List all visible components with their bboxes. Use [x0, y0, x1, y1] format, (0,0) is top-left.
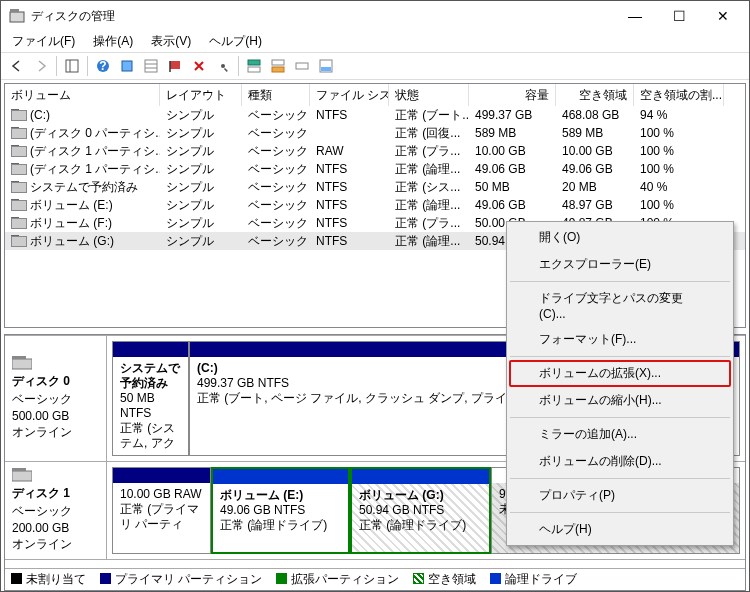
- col-filesystem[interactable]: ファイル システム: [310, 84, 389, 106]
- cell-layout: シンプル: [160, 107, 242, 124]
- context-menu-item[interactable]: プロパティ(P): [509, 482, 731, 509]
- refresh-icon[interactable]: [115, 54, 139, 78]
- drive-icon: [11, 217, 27, 229]
- legend-label: 空き領域: [428, 572, 476, 586]
- volume-row[interactable]: ボリューム (E:)シンプルベーシックNTFS正常 (論理...49.06 GB…: [5, 196, 745, 214]
- volume-row[interactable]: (ディスク 1 パーティシ...シンプルベーシックNTFS正常 (論理...49…: [5, 160, 745, 178]
- disk-size: 200.00 GB: [12, 521, 99, 535]
- help-icon[interactable]: ?: [91, 54, 115, 78]
- svg-rect-22: [12, 356, 26, 359]
- volume-row[interactable]: (ディスク 0 パーティシ...シンプルベーシック正常 (回復...589 MB…: [5, 124, 745, 142]
- partition[interactable]: ボリューム (E:)49.06 GB NTFS正常 (論理ドライブ): [211, 467, 350, 554]
- volume-name: (ディスク 1 パーティシ...: [30, 161, 160, 178]
- cell-layout: シンプル: [160, 215, 242, 232]
- disk-view-top-icon[interactable]: [242, 54, 266, 78]
- cell-free: 10.00 GB: [556, 144, 634, 158]
- volume-name: ボリューム (F:): [30, 215, 112, 232]
- cell-status: 正常 (論理...: [389, 197, 469, 214]
- disk-icon: [12, 356, 32, 370]
- part-status: 正常 (論理ドライブ): [220, 518, 341, 533]
- context-menu-item[interactable]: フォーマット(F)...: [509, 326, 731, 353]
- part-status: 正常 (論理ドライブ): [359, 518, 482, 533]
- settings-icon[interactable]: [314, 54, 338, 78]
- cell-capacity: 50 MB: [469, 180, 556, 194]
- minimize-button[interactable]: —: [613, 6, 657, 26]
- part-title: システムで予約済み: [120, 361, 181, 391]
- disk-name: ディスク 0: [12, 373, 99, 390]
- cell-layout: シンプル: [160, 161, 242, 178]
- disk-info[interactable]: ディスク 1ベーシック200.00 GBオンライン: [5, 462, 107, 559]
- cell-fs: NTFS: [310, 108, 389, 122]
- show-tree-button[interactable]: [60, 54, 84, 78]
- svg-rect-21: [12, 359, 32, 369]
- svg-rect-10: [170, 61, 180, 69]
- disk-view-single-icon[interactable]: [290, 54, 314, 78]
- svg-rect-6: [122, 61, 132, 71]
- cell-capacity: 49.06 GB: [469, 198, 556, 212]
- col-layout[interactable]: レイアウト: [160, 84, 242, 106]
- menu-view[interactable]: 表示(V): [142, 31, 200, 52]
- disk-view-bottom-icon[interactable]: [266, 54, 290, 78]
- back-button[interactable]: [5, 54, 29, 78]
- volume-name: ボリューム (G:): [30, 233, 114, 250]
- drive-icon: [11, 109, 27, 121]
- partition[interactable]: 10.00 GB RAW正常 (プライマリ パーティ: [112, 467, 211, 554]
- context-menu-item[interactable]: エクスプローラー(E): [509, 251, 731, 278]
- legend-label: 拡張パーティション: [291, 572, 399, 586]
- context-menu-item[interactable]: ヘルプ(H): [509, 516, 731, 543]
- col-status[interactable]: 状態: [389, 84, 469, 106]
- part-size: 10.00 GB RAW: [120, 487, 203, 502]
- forward-button[interactable]: [29, 54, 53, 78]
- context-menu-item[interactable]: ボリュームの拡張(X)...: [509, 360, 731, 387]
- list-view-icon[interactable]: [139, 54, 163, 78]
- column-headers: ボリューム レイアウト 種類 ファイル システム 状態 容量 空き領域 空き領域…: [5, 84, 745, 106]
- context-menu-item[interactable]: ミラーの追加(A)...: [509, 421, 731, 448]
- cell-free: 468.08 GB: [556, 108, 634, 122]
- cell-type: ベーシック: [242, 233, 310, 250]
- partition[interactable]: システムで予約済み50 MB NTFS正常 (システム, アク: [112, 341, 189, 456]
- cell-fs: NTFS: [310, 180, 389, 194]
- svg-rect-18: [296, 63, 308, 69]
- legend-label: 論理ドライブ: [505, 572, 577, 586]
- separator: [56, 56, 57, 76]
- delete-icon[interactable]: [187, 54, 211, 78]
- disk-status: オンライン: [12, 536, 99, 553]
- context-menu-item[interactable]: ドライブ文字とパスの変更(C)...: [509, 285, 731, 326]
- menu-action[interactable]: 操作(A): [84, 31, 142, 52]
- context-menu-item[interactable]: ボリュームの削除(D)...: [509, 448, 731, 475]
- volume-name: (C:): [30, 108, 50, 122]
- menu-help[interactable]: ヘルプ(H): [200, 31, 271, 52]
- properties-icon[interactable]: [211, 54, 235, 78]
- svg-rect-17: [272, 67, 284, 72]
- cell-fs: NTFS: [310, 162, 389, 176]
- cell-pct: 100 %: [634, 126, 724, 140]
- cell-type: ベーシック: [242, 179, 310, 196]
- partition[interactable]: ボリューム (G:)50.94 GB NTFS正常 (論理ドライブ): [350, 467, 491, 554]
- part-size: 49.06 GB NTFS: [220, 503, 341, 518]
- svg-rect-1: [10, 9, 19, 12]
- partition-capbar: [352, 469, 489, 484]
- maximize-button[interactable]: ☐: [657, 6, 701, 26]
- cell-fs: NTFS: [310, 198, 389, 212]
- drive-icon: [11, 199, 27, 211]
- volume-row[interactable]: (C:)シンプルベーシックNTFS正常 (ブート...499.37 GB468.…: [5, 106, 745, 124]
- legend-swatch: [11, 573, 22, 584]
- col-free-pct[interactable]: 空き領域の割...: [634, 84, 724, 106]
- flag-icon[interactable]: [163, 54, 187, 78]
- cell-type: ベーシック: [242, 125, 310, 142]
- svg-rect-7: [145, 60, 157, 72]
- cell-status: 正常 (論理...: [389, 161, 469, 178]
- volume-row[interactable]: (ディスク 1 パーティシ...シンプルベーシックRAW正常 (プラ...10.…: [5, 142, 745, 160]
- partition-capbar: [213, 469, 348, 484]
- menu-file[interactable]: ファイル(F): [3, 31, 84, 52]
- col-type[interactable]: 種類: [242, 84, 310, 106]
- disk-info[interactable]: ディスク 0ベーシック500.00 GBオンライン: [5, 336, 107, 461]
- col-capacity[interactable]: 容量: [469, 84, 556, 106]
- disk-size: 500.00 GB: [12, 409, 99, 423]
- context-menu-item[interactable]: ボリュームの縮小(H)...: [509, 387, 731, 414]
- context-menu-item[interactable]: 開く(O): [509, 224, 731, 251]
- volume-row[interactable]: システムで予約済みシンプルベーシックNTFS正常 (シス...50 MB20 M…: [5, 178, 745, 196]
- close-button[interactable]: ✕: [701, 6, 745, 26]
- col-free[interactable]: 空き領域: [556, 84, 634, 106]
- col-volume[interactable]: ボリューム: [5, 84, 160, 106]
